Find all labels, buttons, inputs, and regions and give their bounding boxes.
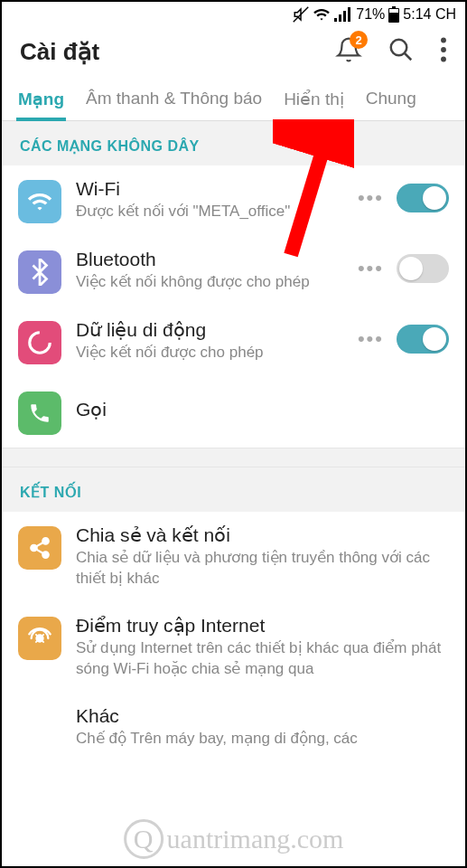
tabs: Mạng Âm thanh & Thông báo Hiển thị Chung [2,80,465,121]
wifi-more-icon[interactable]: ••• [358,186,384,210]
other-title: Khác [76,705,449,727]
share-sub: Chia sẻ dữ liệu và phương tiện truyền th… [76,548,449,590]
watermark: Quantrimang.com [124,819,344,859]
wifi-toggle[interactable] [397,184,449,212]
svg-point-15 [42,538,49,544]
svg-rect-7 [389,13,398,22]
svg-line-10 [405,53,412,61]
tab-display[interactable]: Hiển thị [273,80,355,120]
other-sub: Chế độ Trên máy bay, mạng di động, các [76,729,449,750]
signal-icon [334,7,352,22]
tab-sound[interactable]: Âm thanh & Thông báo [75,80,273,120]
tab-network[interactable]: Mạng [7,80,75,120]
battery-icon [388,6,399,23]
row-hotspot[interactable]: Điểm truy cập Internet Sử dụng Internet … [2,602,465,693]
svg-line-19 [36,550,43,553]
hotspot-icon [18,617,61,660]
battery-text: 71% [356,6,385,23]
notification-badge: 2 [350,31,368,49]
clock-text: 5:14 CH [403,6,456,23]
more-button[interactable] [440,37,447,66]
svg-rect-4 [348,7,350,22]
hotspot-sub: Sử dụng Internet trên các thiết bị khác … [76,638,449,680]
bluetooth-title: Bluetooth [76,249,343,270]
svg-point-14 [30,333,51,354]
wifi-sub: Được kết nối với "META_office" [76,202,343,222]
mobile-data-more-icon[interactable]: ••• [358,327,384,351]
mobile-data-title: Dữ liệu di động [76,319,343,341]
placeholder-icon [18,707,61,750]
share-title: Chia sẻ và kết nối [76,524,449,546]
row-mobile-data[interactable]: Dữ liệu di động Việc kết nối được cho ph… [2,307,465,377]
svg-rect-8 [389,9,398,13]
bluetooth-sub: Việc kết nối không được cho phép [76,272,343,293]
wifi-title: Wi-Fi [76,178,343,200]
svg-rect-5 [392,6,396,8]
mute-icon [293,6,309,23]
svg-point-12 [441,47,446,52]
wifi-icon [18,180,61,223]
mobile-data-toggle[interactable] [397,325,449,354]
row-other[interactable]: Khác Chế độ Trên máy bay, mạng di động, … [2,693,465,750]
svg-point-11 [441,38,446,43]
svg-line-18 [36,542,43,546]
svg-point-9 [391,40,407,56]
hotspot-title: Điểm truy cập Internet [76,615,449,637]
row-wifi[interactable]: Wi-Fi Được kết nối với "META_office" ••• [2,165,465,236]
svg-point-13 [441,57,446,62]
mobile-data-sub: Việc kết nối được cho phép [76,343,343,363]
svg-point-17 [42,552,49,558]
row-bluetooth[interactable]: Bluetooth Việc kết nối không được cho ph… [2,236,465,307]
call-icon [18,392,61,435]
mobile-data-icon [18,321,61,364]
bluetooth-more-icon[interactable]: ••• [358,257,384,280]
bluetooth-toggle[interactable] [397,254,449,283]
row-call[interactable]: Gọi [2,377,465,448]
tab-general[interactable]: Chung [355,80,427,120]
app-header: Cài đặt 2 [2,27,465,80]
call-title: Gọi [76,399,449,420]
section-wireless: CÁC MẠNG KHÔNG DÂY [2,121,465,165]
page-title: Cài đặt [20,38,335,66]
svg-point-16 [31,545,37,552]
row-share[interactable]: Chia sẻ và kết nối Chia sẻ dữ liệu và ph… [2,512,465,602]
share-icon [18,526,61,570]
notifications-button[interactable]: 2 [335,36,362,67]
search-button[interactable] [388,36,415,67]
section-connect: KẾT NỐI [2,467,465,512]
svg-rect-2 [339,14,341,22]
bluetooth-icon [18,250,61,294]
status-bar: 71% 5:14 CH [2,2,465,27]
svg-rect-3 [343,11,346,22]
wifi-icon [313,7,331,22]
svg-rect-1 [334,18,337,22]
